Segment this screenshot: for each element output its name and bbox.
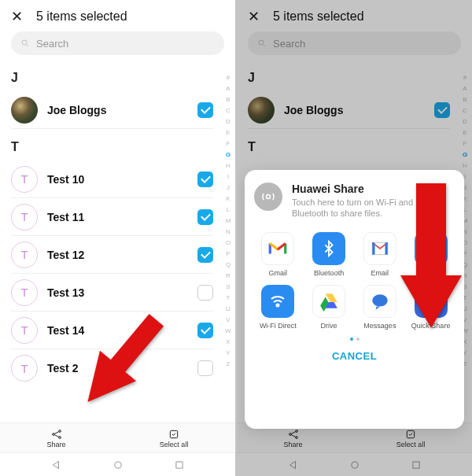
contacts-screen: ✕ 5 items selected Search JJoe BloggsTTT…: [0, 0, 235, 476]
bt-icon: [312, 232, 345, 265]
alpha-letter[interactable]: M: [226, 216, 231, 227]
app-label: Bluetooth: [314, 269, 344, 277]
share-app-gmail[interactable]: Gmail: [254, 232, 302, 277]
alpha-letter[interactable]: B: [226, 94, 230, 105]
checkbox[interactable]: [197, 209, 213, 225]
svg-point-2: [52, 433, 54, 435]
share-app-wd[interactable]: Wi-Fi Direct: [254, 285, 302, 330]
svg-point-27: [372, 294, 388, 306]
svg-line-5: [54, 431, 58, 434]
alpha-letter[interactable]: X: [226, 337, 230, 348]
alpha-letter[interactable]: P: [226, 249, 230, 260]
svg-line-6: [54, 434, 58, 437]
contact-name: Test 13: [47, 286, 197, 299]
alpha-letter[interactable]: N: [226, 227, 230, 238]
avatar: T: [11, 242, 38, 268]
alpha-letter[interactable]: Q: [226, 260, 230, 271]
close-icon[interactable]: ✕: [11, 8, 25, 25]
alpha-letter[interactable]: #: [227, 72, 230, 83]
app-label: Phone: [421, 269, 441, 277]
share-label: Share: [47, 441, 66, 448]
huawei-share-subtitle: Touch here to turn on Wi-Fi and Bluetoot…: [292, 197, 413, 220]
contact-row[interactable]: Joe Bloggs: [11, 91, 213, 129]
select-all-label: Select all: [160, 441, 189, 448]
alpha-letter[interactable]: V: [226, 315, 230, 326]
alpha-letter[interactable]: D: [226, 116, 230, 127]
alpha-letter[interactable]: E: [226, 127, 230, 138]
huawei-share-row[interactable]: Huawei Share Touch here to turn on Wi-Fi…: [254, 183, 455, 220]
alpha-letter[interactable]: U: [226, 304, 230, 315]
avatar: [11, 97, 38, 124]
svg-point-26: [277, 304, 279, 306]
app-label: Wi-Fi Direct: [260, 322, 297, 330]
checkbox[interactable]: [197, 172, 213, 187]
drive-icon: [312, 285, 345, 318]
app-label: Gmail: [269, 269, 288, 277]
ph-icon: [415, 232, 448, 265]
header: ✕ 5 items selected: [0, 0, 235, 31]
share-app-ph[interactable]: Phone: [407, 232, 455, 277]
search-input[interactable]: Search: [11, 31, 224, 55]
alpha-letter[interactable]: R: [226, 271, 230, 282]
contact-row[interactable]: TTest 2: [11, 349, 213, 387]
checkbox[interactable]: [197, 285, 213, 301]
qs-icon: [415, 285, 448, 318]
bottom-toolbar: Share Select all: [0, 422, 235, 452]
alpha-letter[interactable]: O: [226, 238, 230, 249]
share-app-bt[interactable]: Bluetooth: [305, 232, 353, 277]
alpha-letter[interactable]: J: [227, 183, 230, 194]
share-app-msg[interactable]: Messages: [356, 285, 404, 330]
share-button[interactable]: Share: [47, 428, 66, 448]
contact-row[interactable]: TTest 12: [11, 236, 213, 274]
avatar: T: [11, 317, 38, 344]
alpha-letter[interactable]: W: [225, 326, 231, 337]
alpha-letter[interactable]: A: [226, 83, 230, 94]
app-label: Drive: [321, 322, 337, 330]
svg-point-0: [22, 40, 27, 45]
contact-row[interactable]: TTest 11: [11, 198, 213, 236]
alpha-letter[interactable]: L: [227, 205, 230, 216]
nav-back-icon[interactable]: [50, 459, 61, 470]
alpha-letter[interactable]: K: [226, 194, 230, 205]
huawei-share-icon: [254, 183, 282, 211]
android-nav: [0, 452, 235, 476]
alpha-letter[interactable]: I: [227, 172, 229, 183]
checkbox[interactable]: [197, 323, 213, 338]
avatar: T: [11, 166, 38, 193]
alpha-letter[interactable]: Y: [226, 348, 230, 359]
share-app-email[interactable]: Email: [356, 232, 404, 277]
nav-home-icon[interactable]: [112, 459, 124, 470]
alpha-letter[interactable]: H: [226, 161, 230, 172]
app-label: Messages: [363, 322, 396, 330]
alpha-letter[interactable]: F: [227, 138, 230, 149]
contact-row[interactable]: TTest 10: [11, 161, 213, 198]
checkbox[interactable]: [197, 102, 213, 118]
alpha-index[interactable]: #ABCDEFGHIJKLMNOPQRSTUVWXYZ: [223, 72, 234, 370]
cancel-button[interactable]: CANCEL: [254, 341, 455, 365]
alpha-letter[interactable]: Z: [227, 359, 230, 370]
svg-rect-9: [176, 461, 183, 467]
huawei-share-title: Huawei Share: [292, 183, 413, 195]
alpha-letter[interactable]: G: [226, 149, 230, 161]
app-label: Quick Share: [411, 322, 451, 330]
alpha-letter[interactable]: T: [227, 293, 230, 304]
alpha-letter[interactable]: S: [226, 282, 230, 293]
share-app-drive[interactable]: Drive: [305, 285, 353, 330]
select-all-button[interactable]: Select all: [160, 428, 189, 448]
share-icon: [50, 428, 63, 441]
contact-row[interactable]: TTest 13: [11, 274, 213, 312]
contact-row[interactable]: TTest 14: [11, 312, 213, 349]
share-sheet-screen: ✕ 5 items selected Search JJoe BloggsT #…: [237, 0, 472, 476]
checkbox[interactable]: [197, 247, 213, 263]
svg-point-3: [58, 430, 61, 432]
alpha-letter[interactable]: C: [226, 105, 230, 116]
checkbox[interactable]: [197, 360, 213, 376]
share-apps-grid: GmailBluetoothEmailPhoneWi-Fi DirectDriv…: [254, 232, 455, 330]
section-header: T: [11, 129, 213, 161]
search-icon: [20, 39, 30, 48]
wd-icon: [261, 285, 294, 318]
share-app-qs[interactable]: Quick Share: [407, 285, 455, 330]
nav-recent-icon[interactable]: [174, 459, 185, 470]
svg-point-8: [114, 461, 120, 467]
avatar: T: [11, 279, 38, 306]
